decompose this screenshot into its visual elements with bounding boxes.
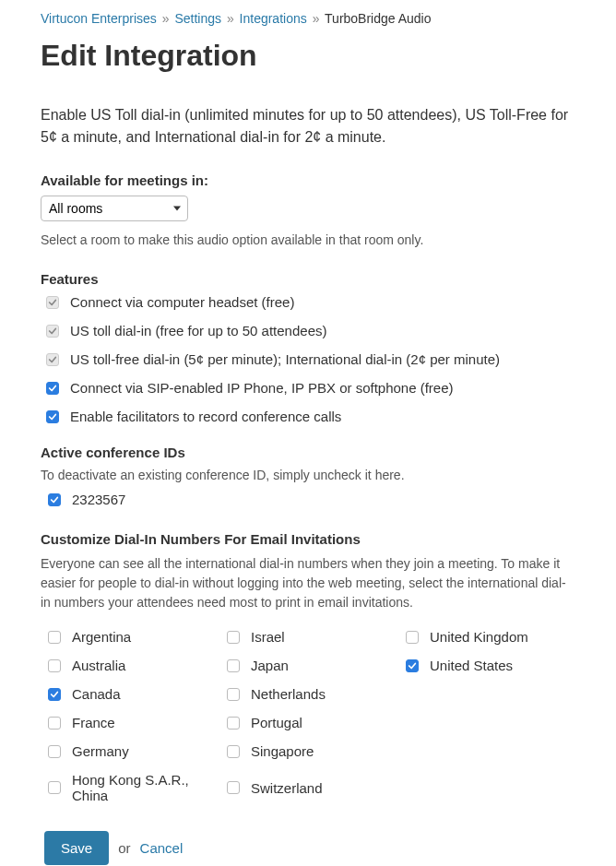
country-checkbox[interactable] [227,745,240,758]
active-ids-label: Active conference IDs [41,445,575,460]
conference-id-checkbox[interactable] [48,493,61,506]
country-label: Israel [251,629,285,645]
country-label: Netherlands [251,686,326,702]
country-label: Germany [72,743,129,759]
country-label: Switzerland [251,780,323,796]
feature-label: US toll dial-in (free for up to 50 atten… [70,323,326,338]
country-checkbox[interactable] [48,631,61,644]
country-checkbox[interactable] [227,631,240,644]
country-row: Argentina [48,629,218,645]
cancel-link[interactable]: Cancel [140,840,184,856]
country-checkbox[interactable] [227,659,240,672]
feature-checkbox[interactable] [46,382,59,395]
available-label: Available for meetings in: [41,172,575,188]
country-checkbox[interactable] [406,631,419,644]
country-label: Hong Kong S.A.R., China [72,772,218,803]
breadcrumb-settings[interactable]: Settings [174,11,221,26]
breadcrumb-sep: » [162,11,170,26]
country-label: Australia [72,658,125,673]
feature-row: Connect via computer headset (free) [46,294,575,310]
feature-label: Connect via SIP-enabled IP Phone, IP PBX… [70,380,454,396]
feature-row: US toll dial-in (free for up to 50 atten… [46,323,575,338]
country-row: United States [406,658,575,673]
country-label: Argentina [72,629,131,645]
country-row: Japan [227,658,397,673]
country-label: Japan [251,658,289,673]
feature-label: Connect via computer headset (free) [70,294,294,310]
country-row: Australia [48,658,218,673]
country-row: Germany [48,743,218,759]
feature-row: Enable facilitators to record conference… [46,409,575,424]
country-row: Singapore [227,743,397,759]
or-text: or [118,840,130,856]
country-label: France [72,715,115,730]
country-label: United Kingdom [430,629,528,645]
country-checkbox[interactable] [48,781,61,794]
country-label: Singapore [251,743,314,759]
breadcrumb-org[interactable]: Virtucon Enterprises [41,11,157,26]
conference-id-label: 2323567 [72,492,125,507]
breadcrumb-sep: » [313,11,320,26]
country-label: Canada [72,686,121,702]
country-row: France [48,715,218,730]
country-checkbox[interactable] [227,688,240,701]
country-checkbox[interactable] [48,717,61,730]
breadcrumb-integrations[interactable]: Integrations [240,11,307,26]
country-row: Portugal [227,715,397,730]
rooms-select[interactable]: All rooms [41,196,188,221]
features-label: Features [41,271,575,287]
country-checkbox[interactable] [227,717,240,730]
country-checkbox[interactable] [48,688,61,701]
country-row: Israel [227,629,397,645]
breadcrumb-sep: » [227,11,234,26]
active-ids-helper: To deactivate an existing conference ID,… [41,468,575,482]
breadcrumb-current: TurboBridge Audio [325,11,431,26]
feature-checkbox[interactable] [46,325,59,338]
feature-checkbox[interactable] [46,410,59,423]
intro-text: Enable US Toll dial-in (unlimited minute… [41,104,575,148]
country-label: United States [430,658,513,673]
conference-id-row: 2323567 [48,492,575,507]
country-row: Switzerland [227,772,397,803]
page-title: Edit Integration [41,39,575,73]
breadcrumb: Virtucon Enterprises » Settings » Integr… [41,11,575,26]
save-button[interactable]: Save [44,831,109,865]
feature-checkbox[interactable] [46,296,59,309]
country-label: Portugal [251,715,302,730]
country-checkbox[interactable] [48,745,61,758]
feature-label: Enable facilitators to record conference… [70,409,341,424]
customize-label: Customize Dial-In Numbers For Email Invi… [41,531,575,547]
feature-row: Connect via SIP-enabled IP Phone, IP PBX… [46,380,575,396]
country-checkbox[interactable] [227,781,240,794]
country-checkbox[interactable] [48,659,61,672]
country-row: Canada [48,686,218,702]
available-helper: Select a room to make this audio option … [41,232,575,247]
customize-helper: Everyone can see all the international d… [41,554,575,612]
country-checkbox[interactable] [406,659,419,672]
feature-row: US toll-free dial-in (5¢ per minute); In… [46,351,575,367]
country-row: Netherlands [227,686,397,702]
feature-checkbox[interactable] [46,353,59,366]
country-row: Hong Kong S.A.R., China [48,772,218,803]
country-row: United Kingdom [406,629,575,645]
feature-label: US toll-free dial-in (5¢ per minute); In… [70,351,500,367]
